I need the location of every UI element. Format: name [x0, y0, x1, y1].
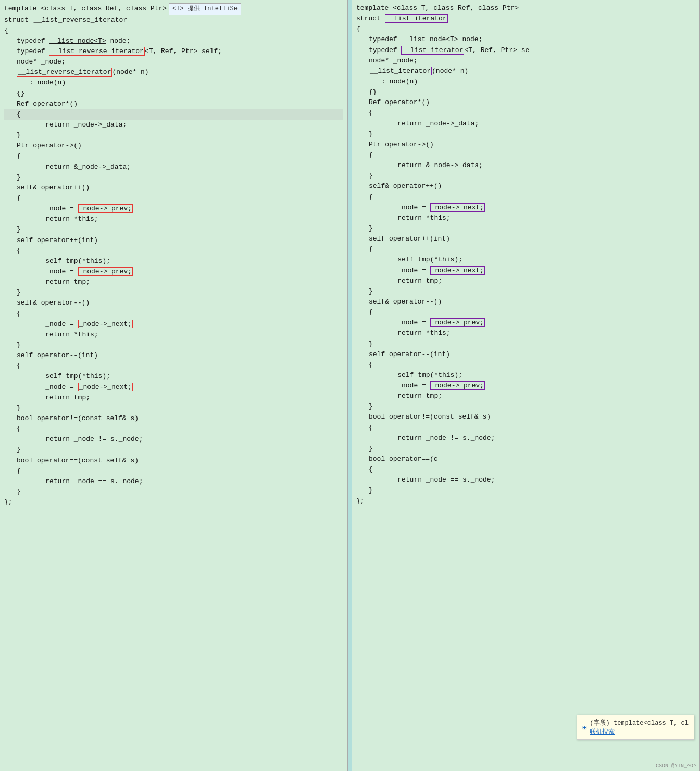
code-line: return _node != s._node; [356, 433, 695, 444]
code-line: return tmp; [356, 276, 695, 286]
code-line: typedef __list_reverse_iterator<T, Ref, … [4, 46, 343, 57]
assign-highlight: _node->_prev; [430, 318, 485, 327]
code-line: { [4, 466, 343, 476]
code-line: { [356, 244, 695, 255]
code-line: return *this; [4, 214, 343, 224]
code-line: return *this; [356, 213, 695, 223]
code-line: Ptr operator->() [356, 140, 695, 150]
code-line: typedef __list_iterator<T, Ref, Ptr> se [356, 45, 695, 56]
code-line: return &_node->_data; [356, 160, 695, 171]
code-line: { [4, 246, 343, 256]
code-line: { [4, 26, 343, 36]
code-line: { [356, 464, 695, 475]
code-line: :_node(n) [356, 77, 695, 87]
code-line: { [356, 307, 695, 318]
typedef-highlight: __list_iterator [401, 46, 464, 55]
code-line: return tmp; [4, 393, 343, 403]
code-line: self tmp(*this); [4, 371, 343, 382]
code-line: } [356, 171, 695, 181]
struct-name-highlight: __list_reverse_iterator [33, 16, 128, 24]
code-line: } [4, 172, 343, 183]
code-line: } [4, 487, 343, 497]
code-line: {} [356, 87, 695, 97]
code-line: { [356, 423, 695, 433]
typedef-highlight: __list_reverse_iterator [49, 47, 144, 56]
assign-highlight: _node->_prev; [78, 267, 133, 276]
code-line: return _node != s._node; [4, 434, 343, 445]
code-line: return _node->_data; [356, 119, 695, 129]
assign-highlight: _node->_prev; [78, 204, 133, 213]
code-line: _node = _node->_next; [4, 382, 343, 393]
code-line: _node = _node->_next; [356, 266, 695, 276]
code-line: _node = _node->_next; [4, 319, 343, 330]
code-line: __list_reverse_iterator(node* n) [4, 67, 343, 78]
panel-divider [348, 0, 352, 771]
code-line: }; [356, 496, 695, 507]
code-line: } [4, 403, 343, 413]
code-line: struct __list_reverse_iterator [4, 15, 343, 26]
code-line: node* _node; [356, 56, 695, 66]
constructor-highlight: __list_reverse_iterator [17, 68, 112, 77]
code-line: bool operator!=(const self& s) [4, 413, 343, 424]
code-line: self& operator++() [356, 181, 695, 192]
code-line: struct __list_iterator [356, 14, 695, 24]
code-line: } [4, 340, 343, 350]
code-line: return _node == s._node; [4, 476, 343, 487]
tooltip-subtext[interactable]: 联机搜索 [590, 727, 689, 736]
code-line: } [356, 286, 695, 297]
code-line: self operator--(int) [356, 349, 695, 360]
code-line: return &_node->_data; [4, 162, 343, 172]
code-line: } [356, 223, 695, 234]
code-line: return tmp; [4, 277, 343, 287]
code-line: _node = _node->_next; [356, 203, 695, 213]
assign-highlight: _node->_prev; [430, 381, 485, 390]
code-line: { [4, 151, 343, 161]
struct-name-highlight: __list_iterator [385, 14, 448, 23]
code-line: { [356, 192, 695, 203]
code-line: } [356, 444, 695, 454]
code-line: Ref operator*() [356, 97, 695, 108]
code-line: return tmp; [356, 391, 695, 401]
code-line: return *this; [4, 330, 343, 340]
code-line: } [356, 339, 695, 349]
code-line: _node = _node->_prev; [356, 381, 695, 391]
code-line: } [356, 129, 695, 140]
code-line: typedef __list_node<T> node; [356, 34, 695, 45]
tooltip-main-text: (字段) template<class T, cl [590, 718, 689, 727]
code-line: _node = _node->_prev; [4, 204, 343, 214]
assign-highlight: _node->_next; [78, 383, 133, 391]
right-panel: template <class T, class Ref, class Ptr>… [352, 0, 700, 771]
code-line: self& operator++() [4, 183, 343, 193]
watermark: CSDN @YIN_^O^ [656, 763, 696, 769]
code-line: } [4, 224, 343, 235]
assign-highlight: _node->_next; [430, 203, 485, 212]
code-line: node* _node; [4, 57, 343, 67]
code-line: {} [4, 89, 343, 99]
tooltip-icon: ⊞ [582, 723, 586, 732]
code-line: } [356, 401, 695, 412]
intellisense-bar: <T> 提供 IntelliSe [169, 3, 241, 15]
code-line: { [4, 193, 343, 204]
code-line: Ref operator*() [4, 99, 343, 109]
code-line: return _node == s._node; [356, 475, 695, 485]
code-line: _node = _node->_prev; [4, 267, 343, 277]
code-line: } [356, 485, 695, 496]
code-line: return *this; [356, 328, 695, 338]
code-line: self tmp(*this); [356, 255, 695, 265]
code-line: bool operator==(const self& s) [4, 456, 343, 466]
code-line: self operator--(int) [4, 350, 343, 361]
code-line: bool operator!=(const self& s) [356, 412, 695, 422]
code-line: __list_iterator(node* n) [356, 66, 695, 77]
code-line: { [356, 108, 695, 118]
tooltip-content: (字段) template<class T, cl 联机搜索 [590, 718, 689, 736]
code-line: self tmp(*this); [4, 256, 343, 267]
code-line: Ptr operator->() [4, 141, 343, 151]
code-line: { [356, 24, 695, 34]
code-line: _node = _node->_prev; [356, 318, 695, 328]
code-line: self& operator--() [4, 298, 343, 308]
assign-highlight: _node->_next; [78, 320, 133, 328]
assign-highlight: _node->_next; [430, 266, 485, 275]
code-line: template <class T, class Ref, class Ptr> [356, 3, 695, 14]
code-line: { [4, 109, 343, 120]
code-line: self operator++(int) [356, 234, 695, 244]
